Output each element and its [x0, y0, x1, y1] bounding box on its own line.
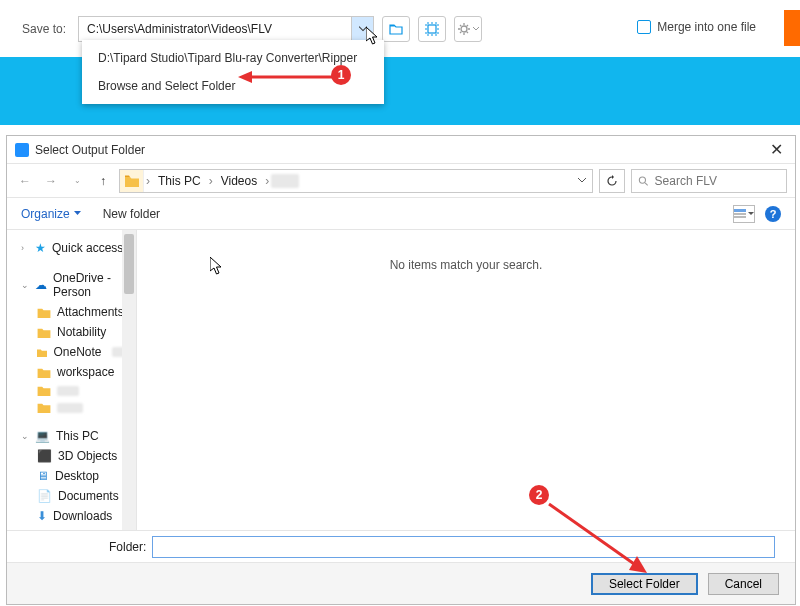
tree-downloads[interactable]: ⬇Downloads — [7, 506, 136, 526]
breadcrumb-sep-icon: › — [144, 174, 152, 188]
arrow-annotation-2 — [545, 500, 655, 580]
organize-menu[interactable]: Organize — [21, 207, 81, 221]
folder-tree: › ★ Quick access ⌄ ☁ OneDrive - Person A… — [7, 230, 137, 530]
save-path-box — [78, 16, 374, 42]
merge-checkbox[interactable] — [637, 20, 651, 34]
cancel-button[interactable]: Cancel — [708, 573, 779, 595]
chevron-right-icon: › — [21, 243, 29, 253]
open-folder-button[interactable] — [382, 16, 410, 42]
svg-rect-0 — [428, 25, 436, 33]
nav-recent-dropdown[interactable]: ⌄ — [67, 171, 87, 191]
content-area: › ★ Quick access ⌄ ☁ OneDrive - Person A… — [7, 230, 795, 530]
callout-1: 1 — [331, 65, 351, 85]
save-path-input[interactable] — [79, 17, 351, 41]
pc-icon: 💻 — [35, 429, 50, 443]
dialog-close-button[interactable]: ✕ — [766, 140, 787, 159]
breadcrumb-videos[interactable]: Videos — [215, 170, 263, 192]
dialog-toolbar: Organize New folder ? — [7, 198, 795, 230]
dialog-titlebar: Select Output Folder ✕ — [7, 136, 795, 164]
folder-name-input[interactable] — [152, 536, 775, 558]
app-icon — [15, 143, 29, 157]
breadcrumb-sep-icon: › — [207, 174, 215, 188]
cube-icon: ⬛ — [37, 449, 52, 463]
tree-workspace[interactable]: workspace — [7, 362, 136, 382]
folder-label: Folder: — [109, 540, 146, 554]
breadcrumb-this-pc[interactable]: This PC — [152, 170, 207, 192]
chevron-down-icon: ⌄ — [21, 431, 29, 441]
dialog-button-row: Select Folder Cancel — [7, 562, 795, 604]
cursor-icon — [366, 27, 380, 45]
nav-forward-button[interactable]: → — [41, 171, 61, 191]
svg-rect-4 — [734, 213, 746, 215]
search-input[interactable] — [655, 174, 780, 188]
tree-onenote[interactable]: OneNote — [7, 342, 136, 362]
cloud-icon: ☁ — [35, 278, 47, 292]
callout-2: 2 — [529, 485, 549, 505]
tree-blurred-folder[interactable] — [7, 399, 136, 416]
cpu-icon — [425, 22, 439, 36]
view-icon — [734, 209, 746, 219]
settings-button[interactable] — [454, 16, 482, 42]
tree-quick-access[interactable]: › ★ Quick access — [7, 238, 136, 258]
arrow-annotation-1 — [238, 70, 336, 84]
tree-3d-objects[interactable]: ⬛3D Objects — [7, 446, 136, 466]
chevron-down-icon — [748, 212, 754, 216]
tree-notability[interactable]: Notability — [7, 322, 136, 342]
svg-point-1 — [461, 26, 467, 32]
tree-blurred-folder[interactable] — [7, 382, 136, 399]
help-button[interactable]: ? — [765, 206, 781, 222]
breadcrumb-box[interactable]: › This PC › Videos › — [119, 169, 593, 193]
tree-documents[interactable]: 📄Documents — [7, 486, 136, 506]
star-icon: ★ — [35, 241, 46, 255]
tree-desktop[interactable]: 🖥Desktop — [7, 466, 136, 486]
scrollbar-thumb[interactable] — [124, 234, 134, 294]
desktop-icon: 🖥 — [37, 469, 49, 483]
tree-attachments[interactable]: Attachments — [7, 302, 136, 322]
svg-rect-3 — [734, 209, 746, 212]
nav-up-button[interactable]: ↑ — [93, 171, 113, 191]
convert-button-edge[interactable] — [784, 10, 800, 46]
refresh-icon — [606, 175, 618, 187]
folder-open-icon — [389, 23, 403, 35]
tree-onedrive[interactable]: ⌄ ☁ OneDrive - Person — [7, 268, 136, 302]
cpu-button[interactable] — [418, 16, 446, 42]
svg-marker-9 — [629, 556, 647, 573]
svg-rect-5 — [734, 216, 746, 218]
blurred-text — [57, 403, 83, 413]
svg-line-8 — [549, 504, 637, 566]
download-icon: ⬇ — [37, 509, 47, 523]
merge-label: Merge into one file — [657, 20, 756, 34]
folder-name-row: Folder: — [7, 530, 795, 562]
svg-marker-7 — [238, 71, 252, 83]
gear-icon — [457, 22, 471, 36]
blurred-text — [57, 386, 79, 396]
empty-message: No items match your search. — [137, 230, 795, 530]
save-to-label: Save to: — [22, 22, 66, 36]
breadcrumb-sep-icon: › — [263, 174, 271, 188]
search-box[interactable] — [631, 169, 787, 193]
breadcrumb-history-dropdown[interactable] — [572, 170, 592, 192]
breadcrumb-blurred-segment[interactable] — [271, 174, 299, 188]
nav-back-button[interactable]: ← — [15, 171, 35, 191]
new-folder-button[interactable]: New folder — [103, 207, 160, 221]
tree-this-pc[interactable]: ⌄ 💻 This PC — [7, 426, 136, 446]
chevron-down-icon: ⌄ — [21, 280, 29, 290]
tree-scrollbar[interactable] — [122, 230, 136, 530]
chevron-down-icon — [74, 211, 81, 216]
select-output-folder-dialog: Select Output Folder ✕ ← → ⌄ ↑ › This PC… — [6, 135, 796, 605]
nav-row: ← → ⌄ ↑ › This PC › Videos › — [7, 164, 795, 198]
documents-icon: 📄 — [37, 489, 52, 503]
merge-checkbox-group[interactable]: Merge into one file — [637, 20, 756, 34]
chevron-down-icon — [473, 27, 479, 31]
svg-point-2 — [639, 177, 645, 183]
dialog-title-text: Select Output Folder — [35, 143, 145, 157]
breadcrumb-folder-icon — [120, 170, 144, 192]
cursor-icon — [210, 257, 224, 275]
view-options-button[interactable] — [733, 205, 755, 223]
refresh-button[interactable] — [599, 169, 625, 193]
search-icon — [638, 175, 649, 187]
